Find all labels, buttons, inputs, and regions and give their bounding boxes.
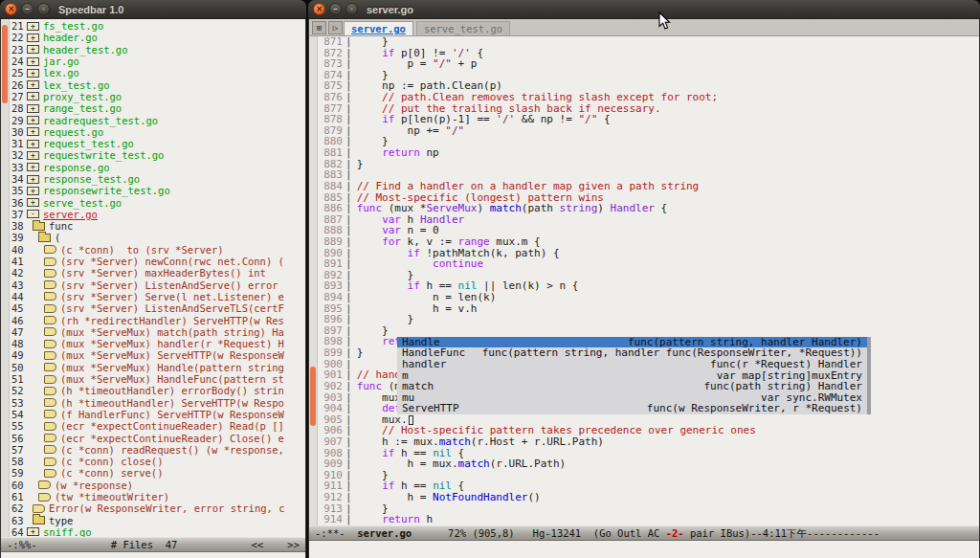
folder-icon[interactable] [33,222,45,231]
maximize-icon[interactable]: ▫ [37,3,50,15]
expand-icon[interactable]: + [27,22,39,31]
tree-item-label[interactable]: server.go [43,209,98,220]
tree-row[interactable]: 29+readrequest_test.go [10,114,305,125]
tree-row[interactable]: 24+jar.go [10,56,305,67]
maximize-icon[interactable]: ▫ [345,3,358,15]
tree-row[interactable]: 43(srv *Server) ListenAndServe() error [10,279,305,291]
tree-item-label[interactable]: (c *conn) serve() [60,467,163,479]
expand-icon[interactable]: + [27,187,39,195]
tree-item-label[interactable]: header_test.go [43,44,128,56]
tree-row[interactable]: 46(rh *redirectHandler) ServeHTTP(w Res [10,314,305,325]
expand-icon[interactable]: + [27,116,39,124]
speedbar-titlebar[interactable]: ✕ − ▫ Speedbar 1.0 [0,0,306,19]
scrollbar-thumb[interactable] [310,367,316,426]
tree-row[interactable]: 41(srv *Server) newConn(rwc net.Conn) ( [10,256,305,267]
tree-row[interactable]: 49(mux *ServeMux) ServeHTTP(w ResponseW [10,349,305,361]
expand-icon[interactable]: + [27,140,39,148]
expand-icon[interactable]: + [27,175,39,184]
tree-row[interactable]: 40(c *conn) to (srv *Server) [10,244,305,256]
tree-item-label[interactable]: header.go [43,32,98,43]
tree-row[interactable]: 56(ecr *expectContinueReader) Close() e [10,432,305,443]
tree-row[interactable]: 30+request.go [10,126,305,138]
tree-item-label[interactable]: (srv *Server) ListenAndServe() error [60,279,278,291]
tree-row[interactable]: 34+response_test.go [10,173,305,185]
close-icon[interactable]: ✕ [5,3,17,15]
tree-row[interactable]: 38func [10,220,305,232]
expand-icon[interactable]: + [27,92,39,100]
tree-row[interactable]: 51(mux *ServeMux) HandleFunc(pattern st [10,373,305,385]
tree-row[interactable]: 42(srv *Server) maxHeaderBytes() int [10,267,305,279]
tree-item-label[interactable]: lex.go [43,67,79,78]
tree-row[interactable]: 61(tw *timeoutWriter) [10,491,305,502]
tree-item-label[interactable]: (h *timeoutHandler) errorBody() strin [60,385,284,396]
expand-icon[interactable]: + [27,151,39,160]
tree-item-label[interactable]: (c *conn) to (srv *Server) [60,244,224,256]
tree-item-label[interactable]: requestwrite_test.go [43,149,164,161]
tree-row[interactable]: 28+range_test.go [10,102,305,114]
tree-row[interactable]: 54(f HandlerFunc) ServeHTTP(w ResponseW [10,409,305,420]
tree-item-label[interactable]: (mux *ServeMux) match(path string) Ha [60,326,284,338]
tab-serve-test-go[interactable]: serve_test.go [416,21,510,35]
tree-item-label[interactable]: (srv *Server) maxHeaderBytes() int [60,267,266,279]
tree-item-label[interactable]: (rh *redirectHandler) ServeHTTP(w Res [60,315,284,326]
tree-row[interactable]: 25+lex.go [10,67,305,78]
code-line[interactable]: 895| h = v.h [318,303,979,315]
expand-icon[interactable]: + [27,80,39,89]
expand-icon[interactable]: + [27,69,39,78]
tree-item-label[interactable]: (c *conn) close() [60,456,163,467]
tree-item-label[interactable]: (mux *ServeMux) handler(r *Request) H [60,338,284,349]
expand-icon[interactable]: + [27,127,39,136]
tree-item-label[interactable]: (tw *timeoutWriter) [55,491,169,502]
tree-item-label[interactable]: request.go [43,126,103,138]
tree-item-label[interactable]: (srv *Server) Serve(l net.Listener) e [60,291,284,302]
tree-row[interactable]: 58(c *conn) close() [10,456,305,467]
code-line[interactable]: 881| return np [318,147,979,159]
tree-row[interactable]: 62Error(w ResponseWriter, error string, … [10,502,305,514]
tree-item-label[interactable]: request_test.go [43,138,134,149]
folder-icon[interactable] [38,234,51,242]
code-line[interactable]: 909| h = mux.match(r.URL.Path) [318,458,979,470]
tree-row[interactable]: 39( [10,232,305,243]
tree-item-label[interactable]: fs_test.go [43,20,103,32]
tree-item-label[interactable]: (ecr *expectContinueReader) Read(p [] [60,420,284,432]
expand-icon[interactable]: + [27,45,39,54]
folder-icon[interactable] [33,516,45,525]
scrollbar-thumb[interactable] [2,25,8,103]
tree-row[interactable]: 33+response.go [10,162,305,173]
tree-row[interactable]: 26+lex_test.go [10,78,305,90]
tree-row[interactable]: 45(srv *Server) ListenAndServeTLS(certF [10,302,305,314]
editor-scrollbar[interactable] [309,36,318,525]
autocomplete-item[interactable]: matchfunc(path string) Handler [397,381,867,392]
tree-item-label[interactable]: (srv *Server) ListenAndServeTLS(certF [60,302,284,314]
tree-item-label[interactable]: Error(w ResponseWriter, error string, c [49,502,285,514]
scroll-right-icon[interactable]: ▷ [328,21,343,34]
tree-row[interactable]: 53(h *timeoutHandler) ServeHTTP(w Respo [10,397,305,409]
minimize-icon[interactable]: − [21,3,33,15]
code-area[interactable]: 871| }872| if p[0] != '/' {873| p = "/" … [309,36,979,525]
tree-row[interactable]: 44(srv *Server) Serve(l net.Listener) e [10,291,305,302]
code-line[interactable]: 882|} [318,159,979,170]
close-icon[interactable]: ✕ [313,3,325,15]
tree-item-label[interactable]: (h *timeoutHandler) ServeHTTP(w Respo [60,397,284,409]
code-line[interactable]: 879| np += "/" [318,125,979,137]
tree-row[interactable]: 55(ecr *expectContinueReader) Read(p [] [10,420,305,432]
tree-item-label[interactable]: proxy_test.go [43,91,122,102]
code-line[interactable]: 912| h = NotFoundHandler() [318,492,979,503]
expand-icon[interactable]: + [27,57,39,66]
tree-row[interactable]: 22+header.go [10,32,305,43]
minimize-icon[interactable]: − [329,3,342,15]
tree-item-label[interactable]: responsewrite_test.go [43,185,170,196]
tree-row[interactable]: 60(w *response) [10,480,305,491]
expand-icon[interactable]: + [27,163,39,171]
tree-row[interactable]: 59(c *conn) serve() [10,467,305,479]
tree-row[interactable]: 63type [10,514,305,525]
tree-item-label[interactable]: range_test.go [43,102,122,114]
tree-row[interactable]: 32+requestwrite_test.go [10,149,305,161]
tree-row[interactable]: 23+header_test.go [10,44,305,56]
autocomplete-item[interactable]: ServeHTTPfunc(w ResponseWriter, r *Reque… [397,403,867,414]
tree-item-label[interactable]: response_test.go [43,173,140,185]
expand-icon[interactable]: + [27,33,39,42]
tree-item-label[interactable]: serve_test.go [43,197,122,209]
speedbar-scrollbar[interactable] [1,19,10,537]
tree-item-label[interactable]: jar.go [43,56,79,67]
